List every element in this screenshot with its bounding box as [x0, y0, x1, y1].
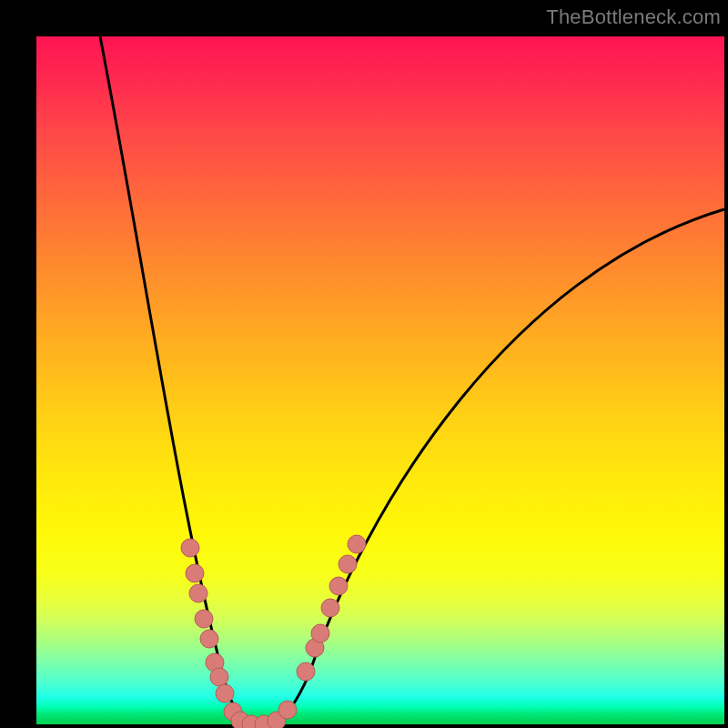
chart-svg [36, 36, 724, 724]
data-marker [195, 610, 213, 628]
data-marker [189, 584, 207, 602]
data-marker [297, 662, 315, 681]
data-marker [329, 577, 348, 595]
data-marker [278, 701, 297, 719]
data-marker [311, 624, 329, 642]
data-marker [186, 564, 204, 582]
data-marker [200, 630, 218, 648]
data-marker [210, 668, 228, 686]
data-marker [181, 539, 199, 557]
chart-plot-area [36, 36, 724, 724]
watermark-text: TheBottleneck.com [546, 5, 721, 29]
data-marker [339, 555, 357, 573]
chart-frame: TheBottleneck.com [0, 0, 728, 728]
data-marker [348, 535, 366, 553]
marker-layer [181, 535, 366, 728]
bottleneck-curve [100, 36, 724, 726]
data-marker [321, 599, 339, 617]
data-marker [216, 684, 234, 703]
